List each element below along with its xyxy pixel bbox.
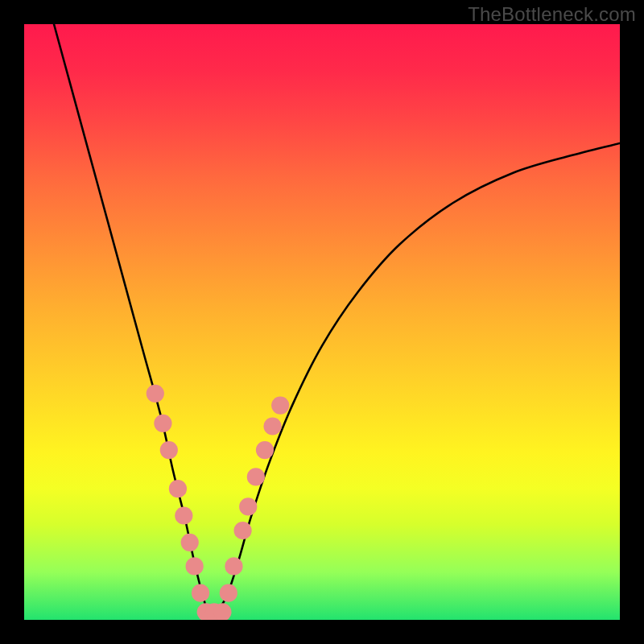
highlight-dot xyxy=(256,441,274,459)
highlight-dot xyxy=(181,534,199,551)
bottleneck-curve xyxy=(54,24,620,616)
highlight-dot xyxy=(169,480,187,497)
highlight-dot xyxy=(225,557,242,575)
highlight-dots-group xyxy=(147,385,290,620)
chart-frame: TheBottleneck.com xyxy=(0,0,644,644)
highlight-dot xyxy=(271,397,289,415)
highlight-dot xyxy=(175,506,192,524)
highlight-dot xyxy=(192,584,209,602)
highlight-dot xyxy=(186,557,204,575)
highlight-dot xyxy=(147,385,164,402)
highlight-dot xyxy=(160,441,178,459)
plot-area xyxy=(24,24,620,620)
highlight-dot xyxy=(263,417,281,435)
curve-svg xyxy=(24,24,620,620)
highlight-dot xyxy=(154,415,171,432)
highlight-dot xyxy=(220,584,237,602)
highlight-dot xyxy=(239,497,257,515)
highlight-dot xyxy=(247,468,265,485)
highlight-dot xyxy=(233,522,251,539)
watermark-text: TheBottleneck.com xyxy=(468,3,636,26)
